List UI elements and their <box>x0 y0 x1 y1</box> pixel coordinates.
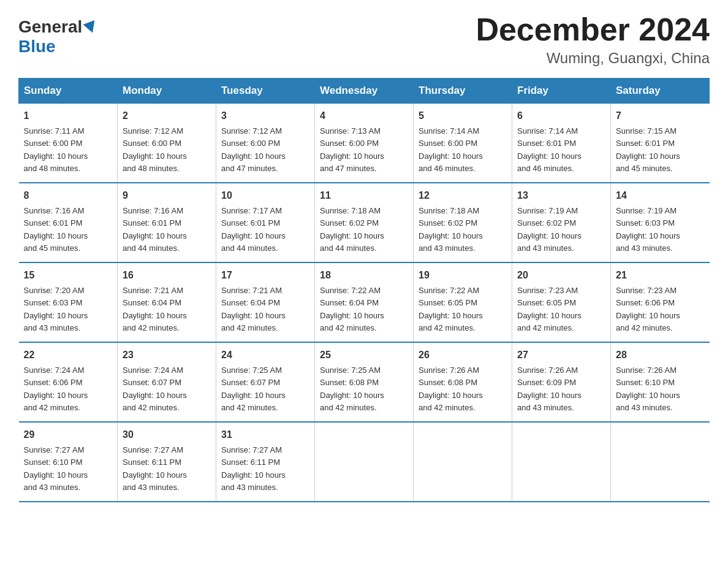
calendar-day-cell: 5 Sunrise: 7:14 AMSunset: 6:00 PMDayligh… <box>414 104 512 183</box>
calendar-day-cell: 22 Sunrise: 7:24 AMSunset: 6:06 PMDaylig… <box>19 342 118 422</box>
day-number: 3 <box>221 109 309 123</box>
day-info: Sunrise: 7:27 AMSunset: 6:11 PMDaylight:… <box>123 445 187 492</box>
day-number: 4 <box>320 109 408 123</box>
day-info: Sunrise: 7:26 AMSunset: 6:08 PMDaylight:… <box>419 366 483 412</box>
calendar-day-cell <box>611 422 710 502</box>
day-number: 28 <box>616 348 705 362</box>
day-info: Sunrise: 7:23 AMSunset: 6:06 PMDaylight:… <box>616 286 680 332</box>
day-number: 18 <box>320 268 408 283</box>
day-number: 6 <box>517 109 605 123</box>
calendar-day-cell: 11 Sunrise: 7:18 AMSunset: 6:02 PMDaylig… <box>315 183 414 262</box>
day-number: 14 <box>616 188 705 203</box>
header-wednesday: Wednesday <box>315 79 414 104</box>
calendar-day-cell: 19 Sunrise: 7:22 AMSunset: 6:05 PMDaylig… <box>414 262 512 342</box>
calendar-day-cell <box>315 422 414 502</box>
day-number: 11 <box>320 188 408 203</box>
calendar-week-row: 8 Sunrise: 7:16 AMSunset: 6:01 PMDayligh… <box>19 183 710 262</box>
calendar-day-cell <box>414 422 512 502</box>
calendar-day-cell: 23 Sunrise: 7:24 AMSunset: 6:07 PMDaylig… <box>118 342 216 422</box>
day-info: Sunrise: 7:14 AMSunset: 6:01 PMDaylight:… <box>517 126 582 173</box>
calendar-day-cell: 27 Sunrise: 7:26 AMSunset: 6:09 PMDaylig… <box>512 342 611 422</box>
day-number: 9 <box>123 188 211 203</box>
calendar-week-row: 15 Sunrise: 7:20 AMSunset: 6:03 PMDaylig… <box>19 262 710 342</box>
header-friday: Friday <box>512 79 611 104</box>
day-info: Sunrise: 7:24 AMSunset: 6:06 PMDaylight:… <box>24 366 88 412</box>
header-sunday: Sunday <box>19 79 118 104</box>
calendar-day-cell: 6 Sunrise: 7:14 AMSunset: 6:01 PMDayligh… <box>512 104 611 183</box>
day-info: Sunrise: 7:24 AMSunset: 6:07 PMDaylight:… <box>123 366 187 412</box>
day-info: Sunrise: 7:27 AMSunset: 6:10 PMDaylight:… <box>24 445 88 492</box>
calendar-header-row: Sunday Monday Tuesday Wednesday Thursday… <box>19 79 710 104</box>
day-number: 29 <box>24 427 113 442</box>
header-monday: Monday <box>118 79 216 104</box>
day-info: Sunrise: 7:19 AMSunset: 6:03 PMDaylight:… <box>616 206 680 253</box>
day-info: Sunrise: 7:26 AMSunset: 6:10 PMDaylight:… <box>616 366 680 412</box>
day-info: Sunrise: 7:21 AMSunset: 6:04 PMDaylight:… <box>221 286 286 332</box>
calendar-day-cell: 31 Sunrise: 7:27 AMSunset: 6:11 PMDaylig… <box>216 422 315 502</box>
day-info: Sunrise: 7:14 AMSunset: 6:00 PMDaylight:… <box>419 126 483 173</box>
day-number: 21 <box>616 268 705 283</box>
day-info: Sunrise: 7:17 AMSunset: 6:01 PMDaylight:… <box>221 206 286 253</box>
day-number: 30 <box>123 427 211 442</box>
day-info: Sunrise: 7:16 AMSunset: 6:01 PMDaylight:… <box>123 206 187 253</box>
day-number: 24 <box>221 348 309 362</box>
day-number: 10 <box>221 188 309 203</box>
day-number: 7 <box>616 109 705 123</box>
calendar-table: Sunday Monday Tuesday Wednesday Thursday… <box>18 78 710 502</box>
calendar-day-cell: 26 Sunrise: 7:26 AMSunset: 6:08 PMDaylig… <box>414 342 512 422</box>
day-number: 17 <box>221 268 309 283</box>
day-number: 26 <box>419 348 507 362</box>
day-info: Sunrise: 7:26 AMSunset: 6:09 PMDaylight:… <box>517 366 582 412</box>
calendar-week-row: 29 Sunrise: 7:27 AMSunset: 6:10 PMDaylig… <box>19 422 710 502</box>
day-number: 23 <box>123 348 211 362</box>
day-info: Sunrise: 7:16 AMSunset: 6:01 PMDaylight:… <box>24 206 88 253</box>
logo-general-text: General <box>18 17 82 37</box>
logo-triangle-icon <box>83 20 99 35</box>
header-tuesday: Tuesday <box>216 79 315 104</box>
day-number: 25 <box>320 348 408 362</box>
calendar-day-cell: 28 Sunrise: 7:26 AMSunset: 6:10 PMDaylig… <box>611 342 710 422</box>
day-number: 13 <box>517 188 605 203</box>
day-info: Sunrise: 7:21 AMSunset: 6:04 PMDaylight:… <box>123 286 187 332</box>
calendar-day-cell: 4 Sunrise: 7:13 AMSunset: 6:00 PMDayligh… <box>315 104 414 183</box>
calendar-day-cell: 24 Sunrise: 7:25 AMSunset: 6:07 PMDaylig… <box>216 342 315 422</box>
calendar-day-cell: 9 Sunrise: 7:16 AMSunset: 6:01 PMDayligh… <box>118 183 216 262</box>
calendar-day-cell: 20 Sunrise: 7:23 AMSunset: 6:05 PMDaylig… <box>512 262 611 342</box>
day-number: 31 <box>221 427 309 442</box>
day-number: 20 <box>517 268 605 283</box>
day-number: 19 <box>419 268 507 283</box>
page-header: General Blue December 2024 Wuming, Guang… <box>18 12 710 67</box>
day-info: Sunrise: 7:25 AMSunset: 6:08 PMDaylight:… <box>320 366 384 412</box>
calendar-day-cell: 21 Sunrise: 7:23 AMSunset: 6:06 PMDaylig… <box>611 262 710 342</box>
calendar-day-cell: 29 Sunrise: 7:27 AMSunset: 6:10 PMDaylig… <box>19 422 118 502</box>
calendar-day-cell <box>512 422 611 502</box>
calendar-day-cell: 7 Sunrise: 7:15 AMSunset: 6:01 PMDayligh… <box>611 104 710 183</box>
day-number: 27 <box>517 348 605 362</box>
day-number: 5 <box>419 109 507 123</box>
day-info: Sunrise: 7:15 AMSunset: 6:01 PMDaylight:… <box>616 126 680 173</box>
month-year-title: December 2024 <box>476 12 710 47</box>
day-info: Sunrise: 7:20 AMSunset: 6:03 PMDaylight:… <box>24 286 88 332</box>
calendar-day-cell: 1 Sunrise: 7:11 AMSunset: 6:00 PMDayligh… <box>19 104 118 183</box>
calendar-day-cell: 10 Sunrise: 7:17 AMSunset: 6:01 PMDaylig… <box>216 183 315 262</box>
day-info: Sunrise: 7:27 AMSunset: 6:11 PMDaylight:… <box>221 445 286 492</box>
calendar-day-cell: 16 Sunrise: 7:21 AMSunset: 6:04 PMDaylig… <box>118 262 216 342</box>
calendar-day-cell: 25 Sunrise: 7:25 AMSunset: 6:08 PMDaylig… <box>315 342 414 422</box>
day-info: Sunrise: 7:18 AMSunset: 6:02 PMDaylight:… <box>419 206 483 253</box>
day-info: Sunrise: 7:22 AMSunset: 6:04 PMDaylight:… <box>320 286 384 332</box>
calendar-day-cell: 2 Sunrise: 7:12 AMSunset: 6:00 PMDayligh… <box>118 104 216 183</box>
day-number: 15 <box>24 268 113 283</box>
calendar-day-cell: 3 Sunrise: 7:12 AMSunset: 6:00 PMDayligh… <box>216 104 315 183</box>
day-info: Sunrise: 7:13 AMSunset: 6:00 PMDaylight:… <box>320 126 384 173</box>
day-info: Sunrise: 7:23 AMSunset: 6:05 PMDaylight:… <box>517 286 582 332</box>
logo: General Blue <box>18 17 97 56</box>
day-info: Sunrise: 7:22 AMSunset: 6:05 PMDaylight:… <box>419 286 483 332</box>
header-thursday: Thursday <box>414 79 512 104</box>
day-info: Sunrise: 7:19 AMSunset: 6:02 PMDaylight:… <box>517 206 582 253</box>
calendar-day-cell: 17 Sunrise: 7:21 AMSunset: 6:04 PMDaylig… <box>216 262 315 342</box>
title-area: December 2024 Wuming, Guangxi, China <box>476 12 710 67</box>
calendar-week-row: 1 Sunrise: 7:11 AMSunset: 6:00 PMDayligh… <box>19 104 710 183</box>
day-number: 16 <box>123 268 211 283</box>
day-number: 1 <box>24 109 113 123</box>
day-number: 12 <box>419 188 507 203</box>
